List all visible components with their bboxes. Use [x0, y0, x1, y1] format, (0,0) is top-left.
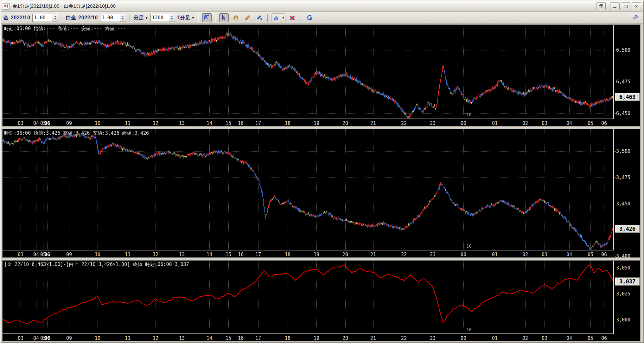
time-label: 22	[401, 120, 407, 126]
bar-count-spinner[interactable]: ▲▼	[169, 14, 175, 22]
time-label: 12	[153, 252, 158, 257]
reload-button[interactable]: R	[305, 13, 314, 22]
time-label: 10	[95, 120, 100, 126]
time-label: 09	[66, 252, 72, 257]
time-label: 17	[255, 120, 261, 126]
chart-clear-button[interactable]	[288, 13, 297, 22]
time-label: 02	[522, 252, 528, 257]
toolbar: 金 2022/10 ▲▼ 白金 2022/10 ▲▼ 分足 ▼ ▲▼ 1分足 ▼	[1, 12, 643, 24]
platinum-symbol-label: 白金	[66, 15, 76, 21]
toolbar-separator	[301, 14, 301, 22]
gold-contract-month: 2022/10	[11, 15, 30, 21]
current-price-box: 3,426	[615, 225, 640, 233]
gold-multiplier-spinner[interactable]: ▲▼	[52, 14, 58, 22]
time-label: 05	[588, 252, 593, 257]
price-tick-label: 3,025	[616, 291, 630, 297]
spread-time-axis: 0304050609101112131415161718192021222300…	[3, 335, 614, 342]
time-label: 22	[401, 335, 407, 341]
platinum-multiplier-spinner[interactable]: ▲▼	[120, 14, 126, 22]
time-label: 16	[238, 120, 244, 126]
spread-chart-panel: [金 22/10 6,463×1.00]-[白金 22/10 3,426×1.0…	[2, 260, 641, 341]
bar-count-input[interactable]	[150, 14, 169, 22]
gold-info-readout: 時刻:06:00 始値:--- 高値:--- 安値:--- 終値:---	[4, 26, 126, 32]
time-label: 04	[33, 252, 39, 257]
titlebar: 金1分足[2022/10]1.00 - 白金1分足[2022/10]1.00 ×	[1, 1, 643, 12]
spread-line-canvas[interactable]	[3, 261, 613, 333]
time-label: 05	[588, 335, 593, 341]
price-tick-label: 3,000	[616, 317, 630, 323]
price-tick-label: 3,500	[616, 148, 630, 154]
time-label: 20	[342, 120, 348, 126]
time-label: 00	[461, 120, 466, 126]
bar-type-dropdown[interactable]: 分足 ▼	[134, 15, 148, 21]
time-label: 13	[179, 120, 185, 126]
time-label: 06	[44, 335, 50, 341]
time-label: 21	[370, 335, 376, 341]
minimize-button[interactable]	[610, 2, 620, 10]
time-label: 02	[522, 120, 528, 126]
gold-time-axis: 0304050609101112131415161718192021222300…	[3, 120, 614, 127]
date-marker: 10	[466, 112, 472, 117]
time-label: 11	[125, 120, 131, 126]
time-label: 04	[566, 252, 572, 257]
gold-multiplier-input[interactable]	[32, 14, 52, 22]
spread-price-axis[interactable]: 3,0503,0253,0003,037	[615, 261, 641, 341]
time-label: 17	[255, 335, 261, 341]
interval-dropdown[interactable]: 1分足 ▼	[177, 15, 195, 21]
price-tick-label: 3,050	[616, 265, 630, 271]
time-label: 12	[153, 335, 158, 341]
time-label: 14	[207, 252, 212, 257]
time-label: 12	[153, 120, 158, 126]
time-label: 06	[601, 335, 607, 341]
chart-style-dropdown[interactable]: ▼	[281, 13, 285, 22]
pencil-icon	[244, 15, 251, 21]
gold-candles-canvas[interactable]	[3, 25, 613, 119]
time-label: 04	[566, 120, 572, 126]
chevron-down-icon: ▼	[145, 16, 148, 20]
gold-symbol-label: 金	[3, 15, 9, 21]
platinum-contract-month: 2022/10	[78, 15, 98, 21]
time-label: 21	[370, 120, 376, 126]
toolbar-separator	[130, 14, 130, 22]
time-label: 03	[18, 252, 23, 257]
time-label: 06	[601, 252, 607, 257]
bar-type-label: 分足	[134, 15, 144, 21]
reload-icon: R	[306, 15, 313, 21]
platinum-chart-panel: 時刻:06:00 始値:3,426 高値:3,426 安値:3,426 終値:3…	[2, 129, 641, 258]
gold-price-axis[interactable]: 6,5006,4756,4506,463	[615, 25, 641, 126]
hand-pan-button[interactable]	[231, 13, 240, 22]
axis-scale-icon	[204, 15, 210, 21]
platinum-candles-canvas[interactable]	[3, 129, 613, 250]
platinum-price-axis[interactable]: 3,5003,4753,4503,4003,426	[615, 129, 641, 257]
current-price-box: 6,463	[615, 93, 640, 101]
time-label: 16	[238, 252, 244, 257]
time-label: 11	[125, 335, 131, 341]
cursor-select-button[interactable]	[219, 13, 229, 22]
platinum-plot-area[interactable]: 時刻:06:00 始値:3,426 高値:3,426 安値:3,426 終値:3…	[3, 129, 614, 250]
pencil-move-button[interactable]	[254, 13, 264, 22]
right-edge-strip	[640, 24, 643, 341]
date-marker: 10	[466, 327, 472, 332]
chart-style-button[interactable]	[271, 13, 281, 22]
spread-plot-area[interactable]: [金 22/10 6,463×1.00]-[白金 22/10 3,426×1.0…	[3, 261, 614, 334]
axis-scale-button[interactable]	[202, 13, 212, 22]
time-label: 14	[207, 335, 212, 341]
close-button[interactable]: ×	[632, 2, 641, 10]
time-label: 20	[342, 335, 348, 341]
cursor-icon	[221, 15, 227, 21]
gold-plot-area[interactable]: 時刻:06:00 始値:--- 高値:--- 安値:--- 終値:--- 10	[3, 25, 614, 119]
platinum-multiplier-input[interactable]	[100, 14, 120, 22]
float-window-button[interactable]	[596, 2, 606, 10]
time-label: 21	[370, 252, 376, 257]
pencil-draw-button[interactable]	[243, 13, 252, 22]
settings-wrench-icon[interactable]	[633, 14, 639, 22]
app-candlestick-icon	[3, 3, 10, 10]
price-tick-label: 6,475	[616, 79, 630, 85]
time-label: 10	[95, 335, 100, 341]
bar-chart-icon	[273, 15, 279, 21]
time-label: 05	[588, 120, 593, 126]
maximize-button[interactable]	[621, 2, 630, 10]
time-label: 09	[66, 335, 72, 341]
toolbar-separator	[267, 14, 268, 22]
platinum-time-axis: 0304050609101112131415161718192021222300…	[3, 251, 614, 258]
